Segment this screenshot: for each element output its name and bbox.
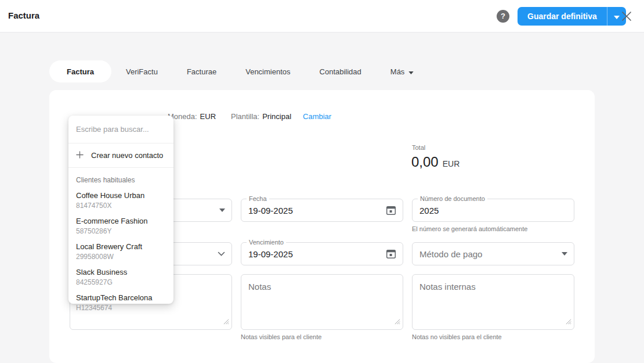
vencimiento-label: Vencimiento — [247, 239, 286, 246]
numero-documento-field[interactable]: Número de documento 2025 — [412, 199, 574, 222]
help-icon[interactable]: ? — [497, 10, 509, 23]
total-label: Total — [412, 144, 425, 151]
template-label: Plantilla: — [231, 112, 259, 121]
contact-search-dropdown: Crear nuevo contacto Clientes habituales… — [68, 116, 173, 304]
metodo-pago-placeholder: Método de pago — [413, 249, 482, 259]
contact-item[interactable]: Slack Business 84255927G — [68, 264, 173, 290]
change-template-link[interactable]: Cambiar — [303, 112, 331, 121]
notas-helper: Notas visibles para el cliente — [241, 333, 321, 340]
tab-verifactu[interactable]: VeriFactu — [111, 60, 172, 82]
page-title: Factura — [8, 10, 39, 20]
contact-tax-id: H12345674 — [76, 303, 166, 312]
create-new-contact-button[interactable]: Crear nuevo contacto — [68, 143, 173, 168]
calendar-icon[interactable] — [386, 205, 396, 215]
contact-name: Coffee House Urban — [76, 191, 166, 200]
vencimiento-field[interactable]: Vencimiento 19-09-2025 — [241, 242, 403, 265]
contact-tax-id: 58750286Y — [76, 227, 166, 236]
save-button[interactable]: Guardar definitiva — [518, 7, 607, 26]
contact-item[interactable]: Local Brewery Craft 29958008W — [68, 239, 173, 264]
fecha-field[interactable]: Fecha 19-09-2025 — [241, 199, 403, 222]
fecha-value: 19-09-2025 — [241, 206, 293, 215]
resize-handle-icon[interactable] — [394, 317, 400, 327]
metodo-pago-select[interactable]: Método de pago — [412, 242, 574, 265]
contact-tax-id: 81474750X — [76, 201, 166, 210]
total-amount: 0,00EUR — [411, 154, 460, 170]
contact-tax-id: 29958008W — [76, 252, 166, 261]
notas-textarea-wrap — [241, 274, 403, 330]
template-value: Principal — [262, 112, 291, 121]
notas-internas-textarea-wrap — [412, 274, 574, 330]
total-currency: EUR — [443, 159, 460, 168]
tab-vencimientos[interactable]: Vencimientos — [231, 60, 305, 82]
contact-name: Local Brewery Craft — [76, 242, 166, 251]
numero-documento-helper: El número se generará automáticamente — [412, 225, 527, 232]
fecha-label: Fecha — [247, 195, 269, 202]
contact-name: StartupTech Barcelona — [76, 293, 166, 303]
save-split-button: Guardar definitiva — [518, 7, 626, 26]
tab-contabilidad[interactable]: Contabilidad — [305, 60, 376, 82]
plus-icon — [76, 151, 84, 160]
contact-item[interactable]: E-commerce Fashion 58750286Y — [68, 213, 173, 239]
chevron-down-icon — [218, 251, 225, 256]
tab-mas[interactable]: Más — [376, 60, 429, 82]
chevron-down-icon — [614, 11, 620, 21]
vencimiento-value: 19-09-2025 — [241, 249, 293, 259]
document-meta-row: Moneda: EUR Plantilla: Principal Cambiar — [168, 112, 331, 121]
top-bar: Factura ? Guardar definitiva — [0, 0, 644, 33]
resize-handle-icon[interactable] — [565, 317, 571, 327]
tab-facturae[interactable]: Facturae — [172, 60, 231, 82]
numero-documento-label: Número de documento — [418, 195, 487, 202]
calendar-icon[interactable] — [386, 249, 396, 259]
contact-name: E-commerce Fashion — [76, 216, 166, 226]
resize-handle-icon[interactable] — [223, 317, 229, 327]
contact-item[interactable]: Coffee House Urban 81474750X — [68, 188, 173, 213]
contact-name: Slack Business — [76, 267, 166, 277]
select-arrow-icon — [219, 209, 225, 212]
numero-documento-value: 2025 — [413, 206, 439, 215]
contact-search-input[interactable] — [68, 116, 173, 143]
notas-textarea[interactable] — [241, 275, 403, 329]
contact-tax-id: 84255927G — [76, 278, 166, 287]
notas-internas-helper: Notas no visibles para el cliente — [412, 333, 502, 340]
select-arrow-icon — [562, 252, 567, 256]
currency-value: EUR — [200, 112, 216, 121]
notas-internas-textarea[interactable] — [413, 275, 574, 329]
close-icon[interactable] — [621, 11, 632, 21]
contact-group-label: Clientes habituales — [68, 168, 173, 188]
contact-item[interactable]: StartupTech Barcelona H12345674 — [68, 290, 173, 315]
create-new-contact-label: Crear nuevo contacto — [91, 151, 163, 160]
tab-factura[interactable]: Factura — [49, 60, 111, 82]
chevron-down-icon — [408, 67, 414, 76]
document-tabs: Factura VeriFactu Facturae Vencimientos … — [49, 60, 428, 82]
